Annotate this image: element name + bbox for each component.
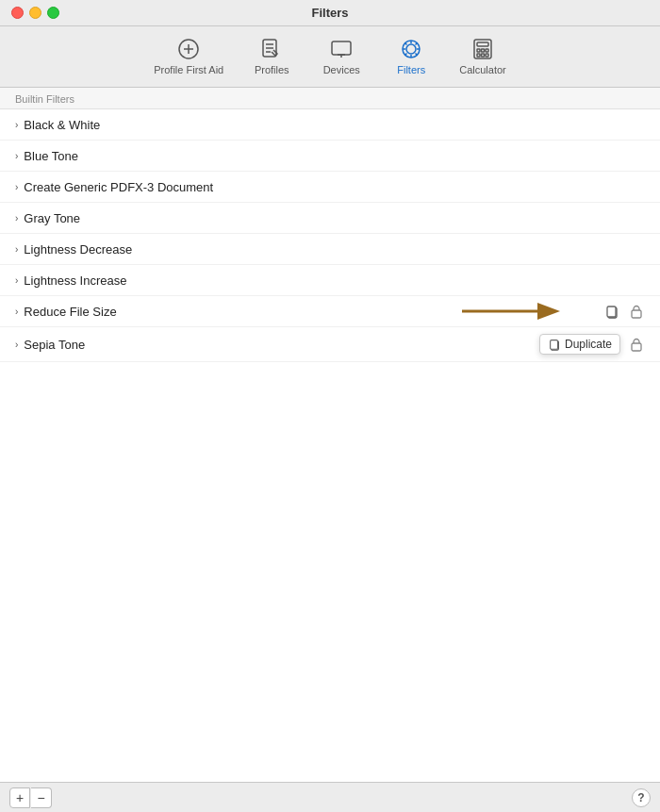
chevron-icon: › [15, 182, 18, 192]
tab-calculator-label: Calculator [459, 64, 506, 75]
svg-rect-33 [632, 155, 641, 162]
svg-rect-41 [607, 244, 616, 255]
tab-calculator[interactable]: Calculator [448, 32, 518, 79]
tab-profile-first-aid[interactable]: Profile First Aid [142, 32, 235, 79]
filters-icon [398, 36, 424, 62]
traffic-lights [11, 7, 59, 19]
svg-rect-32 [607, 151, 616, 161]
duplicate-icon[interactable] [603, 178, 620, 195]
duplicate-icon[interactable] [603, 209, 620, 226]
help-button[interactable]: ? [632, 788, 651, 807]
arrow-indicator [462, 300, 566, 323]
svg-rect-24 [486, 49, 488, 52]
lock-icon[interactable] [628, 240, 645, 257]
filter-item-lightness-decrease[interactable]: › Lightness Decrease [0, 234, 660, 265]
svg-rect-25 [477, 54, 480, 57]
bottom-bar: + − ? [0, 782, 660, 812]
svg-rect-26 [481, 54, 484, 57]
svg-point-10 [406, 44, 416, 54]
svg-rect-21 [477, 42, 488, 46]
duplicate-icon[interactable] [603, 116, 620, 133]
svg-rect-27 [486, 54, 488, 57]
filter-name: Black & White [24, 118, 603, 132]
profile-first-aid-icon [175, 36, 202, 62]
filter-item-sepia-tone[interactable]: › Sepia Tone Duplicate [0, 327, 660, 362]
filter-name: Sepia Tone [24, 338, 539, 352]
close-button[interactable] [11, 7, 24, 19]
content-area: › Black & White › Bl [0, 109, 660, 782]
svg-line-19 [405, 54, 407, 56]
minimize-button[interactable] [29, 7, 41, 19]
chevron-icon: › [15, 151, 18, 161]
svg-rect-39 [632, 217, 641, 224]
filter-actions: Duplicate [539, 334, 645, 355]
duplicate-icon[interactable] [603, 147, 620, 164]
devices-icon [328, 36, 355, 62]
tab-filters-label: Filters [397, 64, 425, 75]
duplicate-icon[interactable] [603, 240, 620, 257]
filter-actions [603, 303, 645, 320]
filter-item-blue-tone[interactable]: › Blue Tone [0, 141, 660, 172]
tab-profile-first-aid-label: Profile First Aid [154, 64, 223, 75]
svg-rect-22 [477, 49, 480, 52]
duplicate-icon[interactable] [603, 272, 620, 289]
svg-rect-42 [632, 248, 641, 256]
profiles-icon [258, 36, 285, 62]
filter-name: Gray Tone [24, 211, 603, 225]
maximize-button[interactable] [47, 7, 59, 19]
svg-rect-7 [332, 41, 351, 55]
duplicate-icon[interactable] [603, 303, 620, 320]
lock-icon[interactable] [628, 209, 645, 226]
tab-devices[interactable]: Devices [308, 32, 374, 79]
filter-name: Lightness Increase [24, 273, 603, 288]
filter-item-reduce-file-size[interactable]: › Reduce File Size [0, 296, 660, 327]
chevron-icon: › [15, 307, 18, 317]
svg-line-16 [405, 43, 407, 45]
filter-name: Blue Tone [24, 149, 603, 163]
filter-item-pdfx3[interactable]: › Create Generic PDFX-3 Document [0, 172, 660, 203]
chevron-icon: › [15, 340, 18, 350]
svg-rect-29 [607, 120, 616, 130]
lock-icon[interactable] [628, 116, 645, 133]
filter-name: Create Generic PDFX-3 Document [24, 180, 603, 194]
duplicate-button-container: Duplicate [539, 334, 620, 355]
filter-item-gray-tone[interactable]: › Gray Tone [0, 203, 660, 234]
remove-button[interactable]: − [31, 787, 52, 808]
bottom-left-controls: + − [9, 787, 52, 808]
svg-rect-35 [607, 182, 616, 192]
lock-icon[interactable] [628, 178, 645, 195]
filter-item-lightness-increase[interactable]: › Lightness Increase [0, 265, 660, 296]
svg-rect-30 [632, 124, 641, 131]
lock-icon[interactable] [628, 303, 645, 320]
tab-profiles-label: Profiles [255, 64, 289, 75]
calculator-icon [470, 36, 496, 62]
filter-list: › Black & White › Bl [0, 109, 660, 362]
filter-item-black-white[interactable]: › Black & White [0, 109, 660, 141]
svg-rect-23 [481, 49, 484, 52]
svg-rect-45 [632, 279, 641, 287]
tab-devices-label: Devices [323, 64, 360, 75]
svg-rect-36 [632, 186, 641, 193]
svg-rect-49 [632, 310, 641, 318]
window-title: Filters [311, 6, 348, 20]
filter-name: Lightness Decrease [24, 242, 603, 257]
svg-rect-51 [551, 340, 558, 350]
section-header: Builtin Filters [0, 88, 660, 109]
lock-icon[interactable] [628, 147, 645, 164]
lock-icon[interactable] [628, 336, 645, 353]
chevron-icon: › [15, 213, 18, 224]
svg-rect-38 [607, 213, 616, 224]
chevron-icon: › [15, 244, 18, 255]
add-button[interactable]: + [9, 787, 30, 808]
chevron-icon: › [15, 275, 18, 286]
svg-rect-48 [607, 307, 616, 317]
duplicate-tooltip: Duplicate [539, 334, 620, 355]
svg-line-18 [416, 43, 418, 45]
chevron-icon: › [15, 120, 18, 130]
tab-profiles[interactable]: Profiles [239, 32, 305, 79]
title-bar: Filters [0, 0, 660, 26]
tab-filters[interactable]: Filters [378, 32, 444, 79]
svg-rect-44 [607, 275, 616, 286]
lock-icon[interactable] [628, 272, 645, 289]
toolbar: Profile First Aid Profiles Devices [0, 26, 660, 88]
